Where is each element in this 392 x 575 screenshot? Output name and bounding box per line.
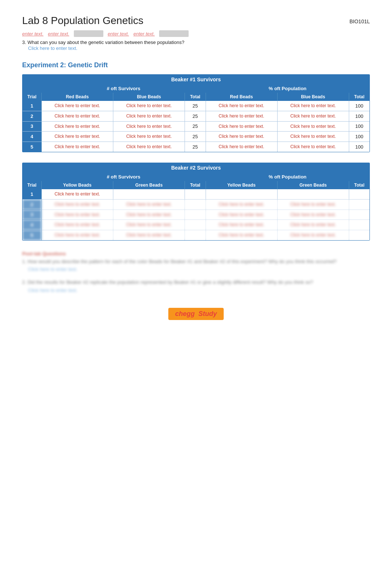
beaker2-total-1 bbox=[185, 189, 206, 199]
beaker1-blue-5[interactable]: Click here to enter text. bbox=[113, 142, 185, 152]
beaker2-yellow-1[interactable]: Click here to enter text. bbox=[41, 189, 113, 199]
beaker2-row-2: 2 Click here to enter text. Click here t… bbox=[23, 199, 369, 210]
beaker1-trial-2: 2 bbox=[23, 111, 41, 121]
beaker2-col-header: Trial Yellow Beads Green Beads Total Yel… bbox=[23, 181, 369, 189]
beaker2-pct-green-5: Click here to enter text. bbox=[277, 230, 349, 240]
beaker2-pct-green-4: Click here to enter text. bbox=[277, 220, 349, 230]
beaker1-trial-blank bbox=[23, 84, 41, 93]
beaker2-col-green: Green Beads bbox=[113, 181, 185, 189]
chegg-footer: chegg Study bbox=[22, 308, 370, 320]
beaker2-row-5: 5 Click here to enter text. Click here t… bbox=[23, 230, 369, 240]
course-code: BIO101L bbox=[350, 18, 370, 24]
beaker2-col-pct-green: Green Beads bbox=[277, 181, 349, 189]
beaker2-total-2 bbox=[185, 199, 206, 210]
beaker1-table-wrapper: Beaker #1 Survivors # oft Survivors % of… bbox=[22, 74, 370, 152]
beaker1-blue-4[interactable]: Click here to enter text. bbox=[113, 132, 185, 142]
top-field-2[interactable]: enter text. bbox=[48, 31, 69, 37]
beaker1-pct-blue-1[interactable]: Click here to enter text. bbox=[277, 101, 349, 111]
beaker2-pct-green-2: Click here to enter text. bbox=[277, 199, 349, 210]
beaker2-trial-1: 1 bbox=[23, 189, 41, 199]
beaker2-yellow-2: Click here to enter text. bbox=[41, 199, 113, 210]
beaker2-sub-header: # oft Survivors % oft Population bbox=[23, 173, 369, 181]
beaker2-pct-total-3 bbox=[349, 210, 369, 220]
beaker2-green-2: Click here to enter text. bbox=[113, 199, 185, 210]
beaker1-pct-red-2[interactable]: Click here to enter text. bbox=[206, 111, 277, 121]
beaker2-total-3 bbox=[185, 210, 206, 220]
beaker1-col-red: Red Beads bbox=[41, 93, 113, 101]
beaker2-trial-5: 5 bbox=[23, 230, 41, 240]
beaker2-col-pct-yellow: Yellow Beads bbox=[206, 181, 277, 189]
postlab-q1-block: Post-lab Questions 1. How would you desc… bbox=[22, 251, 370, 272]
beaker2-col-pct-total: Total bbox=[349, 181, 369, 189]
top-field-gray-2 bbox=[159, 30, 189, 37]
beaker1-pct-red-4[interactable]: Click here to enter text. bbox=[206, 132, 277, 142]
beaker1-sub-header: # oft Survivors % oft Population bbox=[23, 84, 369, 93]
beaker1-row-4: 4 Click here to enter text. Click here t… bbox=[23, 132, 369, 142]
postlab-q1-answer[interactable]: Click here to enter text. bbox=[28, 266, 370, 272]
beaker1-pct-blue-3[interactable]: Click here to enter text. bbox=[277, 121, 349, 132]
beaker1-row-1: 1 Click here to enter text. Click here t… bbox=[23, 101, 369, 111]
beaker2-green-3: Click here to enter text. bbox=[113, 210, 185, 220]
beaker2-pct-yellow-1 bbox=[206, 189, 277, 199]
beaker2-table: Beaker #2 Survivors # oft Survivors % of… bbox=[23, 163, 369, 240]
postlab-label: Post-lab Questions bbox=[22, 251, 370, 256]
chegg-logo: chegg Study bbox=[168, 308, 223, 320]
beaker1-red-4[interactable]: Click here to enter text. bbox=[41, 132, 113, 142]
beaker2-row-4: 4 Click here to enter text. Click here t… bbox=[23, 220, 369, 230]
beaker2-total-5 bbox=[185, 230, 206, 240]
beaker2-col-total: Total bbox=[185, 181, 206, 189]
beaker1-col-trial: Trial bbox=[23, 93, 41, 101]
experiment2-title: Experiment 2: Genetic Drift bbox=[22, 61, 370, 69]
question3-answer[interactable]: Click here to enter text. bbox=[28, 45, 78, 51]
question3-text: 3. What can you say about the genetic va… bbox=[22, 40, 184, 45]
beaker2-green-4: Click here to enter text. bbox=[113, 220, 185, 230]
beaker2-pct-green-1 bbox=[277, 189, 349, 199]
beaker1-pct-total-4: 100 bbox=[349, 132, 369, 142]
beaker2-pct-total-5 bbox=[349, 230, 369, 240]
study-text: Study bbox=[199, 310, 217, 317]
top-field-4[interactable]: enter text. bbox=[133, 31, 155, 37]
beaker1-table: Beaker #1 Survivors # oft Survivors % of… bbox=[23, 75, 369, 152]
beaker1-trial-4: 4 bbox=[23, 132, 41, 142]
beaker1-pct-red-3[interactable]: Click here to enter text. bbox=[206, 121, 277, 132]
beaker1-red-3[interactable]: Click here to enter text. bbox=[41, 121, 113, 132]
beaker1-title: Beaker #1 Survivors bbox=[23, 75, 369, 84]
top-field-1[interactable]: enter text. bbox=[22, 31, 44, 37]
beaker1-row-3: 3 Click here to enter text. Click here t… bbox=[23, 121, 369, 132]
beaker2-yellow-5: Click here to enter text. bbox=[41, 230, 113, 240]
beaker2-pct-total-1 bbox=[349, 189, 369, 199]
beaker2-pct-total-4 bbox=[349, 220, 369, 230]
beaker1-pct-red-1[interactable]: Click here to enter text. bbox=[206, 101, 277, 111]
beaker2-trial-2: 2 bbox=[23, 199, 41, 210]
beaker1-blue-2[interactable]: Click here to enter text. bbox=[113, 111, 185, 121]
beaker1-blue-1[interactable]: Click here to enter text. bbox=[113, 101, 185, 111]
beaker1-total-5: 25 bbox=[185, 142, 206, 152]
beaker1-pct-red-5[interactable]: Click here to enter text. bbox=[206, 142, 277, 152]
beaker1-col-pct-total: Total bbox=[349, 93, 369, 101]
beaker1-trial-1: 1 bbox=[23, 101, 41, 111]
beaker1-blue-3[interactable]: Click here to enter text. bbox=[113, 121, 185, 132]
beaker1-pct-blue-2[interactable]: Click here to enter text. bbox=[277, 111, 349, 121]
beaker1-red-5[interactable]: Click here to enter text. bbox=[41, 142, 113, 152]
beaker2-trial-4: 4 bbox=[23, 220, 41, 230]
beaker1-red-1[interactable]: Click here to enter text. bbox=[41, 101, 113, 111]
beaker2-population-label: % oft Population bbox=[206, 173, 369, 181]
beaker2-pct-yellow-3: Click here to enter text. bbox=[206, 210, 277, 220]
top-field-gray-1 bbox=[74, 30, 103, 37]
beaker1-red-2[interactable]: Click here to enter text. bbox=[41, 111, 113, 121]
beaker2-trial-blank bbox=[23, 173, 41, 181]
beaker2-green-1 bbox=[113, 189, 185, 199]
beaker2-pct-total-2 bbox=[349, 199, 369, 210]
beaker2-yellow-3: Click here to enter text. bbox=[41, 210, 113, 220]
beaker2-total-4 bbox=[185, 220, 206, 230]
beaker1-pct-blue-4[interactable]: Click here to enter text. bbox=[277, 132, 349, 142]
beaker1-col-blue: Blue Beads bbox=[113, 93, 185, 101]
top-fields: enter text. enter text. enter text. ente… bbox=[22, 30, 370, 37]
beaker1-col-total: Total bbox=[185, 93, 206, 101]
postlab-q2-answer[interactable]: Click here to enter text. bbox=[28, 288, 370, 293]
beaker1-pct-total-3: 100 bbox=[349, 121, 369, 132]
beaker1-pct-blue-5[interactable]: Click here to enter text. bbox=[277, 142, 349, 152]
top-field-3[interactable]: enter text. bbox=[108, 31, 129, 37]
page-title: Lab 8 Population Genetics bbox=[22, 15, 143, 27]
beaker1-col-pct-red: Red Beads bbox=[206, 93, 277, 101]
